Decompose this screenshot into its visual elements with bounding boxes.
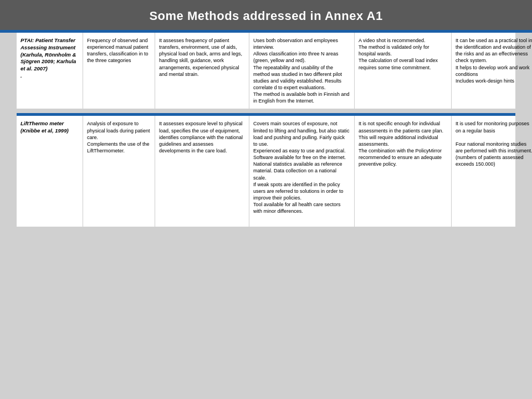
cell-uses-1: Uses both observation and employees inte… [249,33,355,109]
cell-assesses-2: It assesses exposure level to physical l… [155,116,249,227]
page: { "title": "Some Methods addressed in An… [0,0,532,399]
page-title: Some Methods addressed in Annex A1 [0,0,532,30]
cell-method-1: PTAI: Patient Transfer Assessing Instrum… [17,33,83,109]
cell-frequency-1: Frequency of observed and experienced ma… [83,33,155,109]
main-table-2: LiftThermo meter (Knibbe et al, 1999) An… [17,116,515,227]
cell-method-2: LiftThermo meter (Knibbe et al, 1999) [17,116,83,227]
cell-covers-2: Covers main sources of exposure, not lim… [249,116,355,227]
table-row: PTAI: Patient Transfer Assessing Instrum… [17,33,515,109]
row-gap [17,109,515,113]
cell-assesses-1: It assesses frequency of patient transfe… [155,33,249,109]
cell-analysis-2: Analysis of exposure to physical loads d… [83,116,155,227]
cell-notspecific-2: It is not specific enough for individual… [355,116,452,227]
cell-monitoring-2: It is used for monitoring purposes on a … [452,116,532,227]
cell-used-1: It can be used as a practical tool in th… [452,33,532,109]
table-row: LiftThermo meter (Knibbe et al, 1999) An… [17,116,515,227]
main-table: PTAI: Patient Transfer Assessing Instrum… [17,33,515,109]
cell-video-1: A video shot is recommended.The method i… [355,33,452,109]
